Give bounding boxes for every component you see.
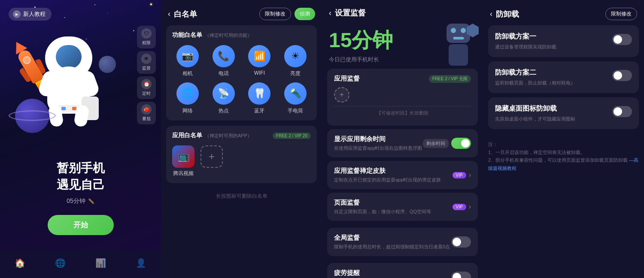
nav-profile[interactable]: 👤 [136, 258, 146, 268]
func-item-flashlight[interactable]: 🔦 手电筒 [280, 82, 311, 115]
anti-note-line1: 1、一旦开启该功能，禅定空间将无法被卸载。 [488, 150, 585, 155]
anti-item-2: 防卸载方案二 监听卸载页面，防止卸载（相对耗电） [488, 61, 639, 93]
nav-home[interactable]: 🏠 [15, 258, 25, 268]
monitor-header: ‹ 设置监督 [322, 0, 483, 22]
func-item-hotspot[interactable]: 📡 热点 [208, 82, 239, 115]
anti-toggle-2[interactable] [612, 70, 632, 81]
skin-section: 应用监督禅定皮肤 定制在点开已锁定的应用监督app时出现的弹定皮肤 VIP › [327, 161, 478, 189]
global-monitor-sub: 限制手机的使用总时长，超过则强制锁定到当日凌晨0点 [334, 244, 450, 250]
whitelist-header-buttons: 限制修改 侦测 [259, 8, 315, 20]
func-item-wifi[interactable]: 📶 WIFI [244, 45, 275, 77]
app-section-sub: （禅定时可用的APP） [205, 133, 252, 139]
skin-row: 应用监督禅定皮肤 定制在点开已锁定的应用监督app时出现的弹定皮肤 VIP › [334, 167, 471, 183]
monitor-back-button[interactable]: ‹ [329, 9, 331, 18]
anti-item-3-title: 隐藏桌面图标防卸载 [495, 104, 575, 113]
start-button[interactable]: 开始 [48, 215, 114, 235]
anti-item-3-desc: 先添加桌面小组件，才可隐藏应用图标 [495, 116, 575, 122]
profile-nav-icon: 👤 [136, 258, 146, 268]
display-remaining-title: 显示应用剩余时间 [334, 135, 422, 143]
function-section-sub: （禅定时可用的功能） [205, 32, 252, 39]
timer-label: 定时 [142, 91, 151, 97]
nav-stats[interactable]: 📊 [95, 258, 106, 268]
whitelist-title: 白名单 [174, 9, 256, 19]
skin-sub: 定制在点开已锁定的应用监督app时出现的弹定皮肤 [334, 177, 441, 183]
display-remaining-toggle[interactable] [451, 138, 471, 149]
func-item-camera[interactable]: 📷 相机 [172, 45, 203, 77]
function-whitelist-card: 功能白名单 （禅定时可用的功能） 📷 相机 📞 电话 📶 WIFI ☀ 亮度 🌐 [166, 25, 317, 121]
sidebar-item-tomato[interactable]: 🍅 番茄 [137, 102, 156, 124]
fatigue-title: 疲劳提醒 [334, 269, 414, 277]
anti-limit-button[interactable]: 限制修改 [605, 8, 637, 20]
anti-item-3-row: 隐藏桌面图标防卸载 先添加桌面小组件，才可隐藏应用图标 [495, 104, 632, 122]
func-item-network[interactable]: 🌐 网络 [172, 82, 203, 115]
skin-info: 应用监督禅定皮肤 定制在点开已锁定的应用监督app时出现的弹定皮肤 [334, 167, 441, 183]
anti-item-1-desc: 通过设备管理权限实现防卸载 [495, 44, 556, 50]
display-remaining-section: 显示应用剩余时间 在使用应用监督app时出现右边图样悬浮图 剩余时间 [327, 129, 478, 157]
skin-title: 应用监督禅定皮肤 [334, 167, 441, 175]
function-section-header: 功能白名单 （禅定时可用的功能） [172, 31, 311, 39]
app-monitor-divider: 【可修改时段】长按删除 [334, 110, 471, 116]
func-item-bluetooth[interactable]: 🦷 蓝牙 [244, 82, 275, 115]
camera-icon: 📷 [176, 45, 199, 67]
anti-item-2-info: 防卸载方案二 监听卸载页面，防止卸载（相对耗电） [495, 68, 575, 86]
app-monitor-row: 应用监督 FREE 2 / VIP 无限 [334, 75, 471, 83]
brightness-icon: ☀ [284, 45, 307, 67]
skin-chevron-icon[interactable]: › [469, 171, 471, 179]
title-line2: 遇见自己 [0, 176, 161, 193]
global-monitor-info: 全局监督 限制手机的使用总时长，超过则强制锁定到当日凌晨0点 [334, 234, 450, 250]
tomato-label: 番茄 [142, 116, 151, 122]
display-remaining-controls: 剩余时间 [423, 138, 471, 149]
limit-modify-button[interactable]: 限制修改 [259, 8, 291, 20]
explore-nav-icon: 🌐 [55, 258, 66, 268]
func-item-brightness[interactable]: ☀ 亮度 [280, 45, 311, 77]
anti-item-2-title: 防卸载方案二 [495, 68, 575, 77]
edit-timer-icon[interactable]: ✏️ [88, 198, 94, 204]
whitelist-header: ‹ 白名单 限制修改 侦测 [161, 0, 322, 25]
display-remaining-row: 显示应用剩余时间 在使用应用监督app时出现右边图样悬浮图 剩余时间 [334, 135, 471, 151]
astronaut-scene [13, 34, 125, 154]
anti-note-prefix: 注： [488, 142, 498, 147]
sidebar-item-permissions[interactable]: 🛡 权限 [137, 26, 156, 48]
app-section-title: 应用白名单 [172, 132, 202, 139]
display-remaining-sub: 在使用应用监督app时出现右边图样悬浮图 [334, 145, 422, 151]
moon-decoration [99, 56, 116, 73]
fatigue-toggle[interactable] [451, 272, 471, 278]
nav-explore[interactable]: 🌐 [55, 258, 66, 268]
timer-icon: ⏰ [141, 79, 152, 89]
flashlight-icon: 🔦 [284, 82, 307, 105]
panel-monitor: ‹ 设置监督 15分钟 今日已使用手机时长 应用监督 FREE 2 / VIP … [322, 0, 483, 278]
anti-title: 防卸载 [496, 9, 602, 19]
tencent-video-icon: 📺 [172, 145, 194, 168]
anti-toggle-1[interactable] [612, 34, 632, 45]
display-remaining-info: 显示应用剩余时间 在使用应用监督app时出现右边图样悬浮图 [334, 135, 422, 151]
main-text: 暂别手机 遇见自己 05分钟 ✏️ [0, 160, 161, 205]
global-monitor-toggle[interactable] [451, 236, 471, 248]
permissions-icon: 🛡 [141, 28, 152, 39]
sidebar-item-timer[interactable]: ⏰ 定时 [137, 76, 156, 99]
anti-toggle-3[interactable] [612, 106, 632, 117]
anti-item-3: 隐藏桌面图标防卸载 先添加桌面小组件，才可隐藏应用图标 [488, 97, 639, 129]
anti-item-1: 防卸载方案一 通过设备管理权限实现防卸载 [488, 25, 639, 57]
add-app-monitor-button[interactable]: + [334, 87, 349, 103]
page-monitor-vip-badge: VIP [453, 204, 466, 210]
whitelist-back-button[interactable]: ‹ [168, 9, 170, 18]
camera-label: 相机 [182, 70, 193, 77]
network-label: 网络 [182, 107, 193, 115]
stats-nav-icon: 📊 [95, 258, 106, 268]
anti-item-1-row: 防卸载方案一 通过设备管理权限实现防卸载 [495, 32, 632, 50]
sidebar-item-monitor[interactable]: 👁 监督 [137, 51, 156, 74]
anti-back-button[interactable]: ‹ [490, 9, 492, 18]
hotspot-label: 热点 [219, 107, 229, 115]
app-item-tencent[interactable]: 📺 腾讯视频 [172, 145, 194, 177]
panel-whitelist: ‹ 白名单 限制修改 侦测 功能白名单 （禅定时可用的功能） 📷 相机 📞 电话… [161, 0, 322, 278]
detect-button[interactable]: 侦测 [295, 8, 315, 20]
page-monitor-row: 页面监督 自定义限制页面，如：微信小程序、QQ空间等 VIP › [334, 199, 471, 215]
global-monitor-section: 全局监督 限制手机的使用总时长，超过则强制锁定到当日凌晨0点 [327, 228, 478, 256]
func-item-phone[interactable]: 📞 电话 [208, 45, 239, 77]
tomato-icon: 🍅 [141, 104, 152, 115]
title-line1: 暂别手机 [0, 160, 161, 176]
app-section-header: 应用白名单 （禅定时可用的APP） FREE 2 / VIP 20 [172, 132, 311, 139]
tutorial-button[interactable]: ▶ 新人教程 [9, 8, 52, 21]
add-app-button[interactable]: + [200, 145, 223, 168]
page-monitor-chevron-icon[interactable]: › [469, 203, 471, 211]
